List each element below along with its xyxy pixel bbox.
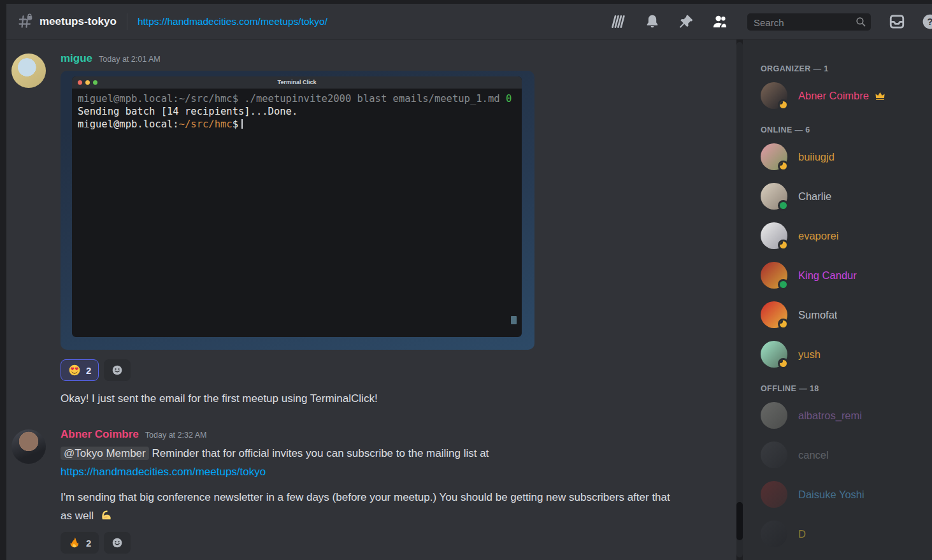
member-list-panel: ORGANIZER — 1Abner CoimbreONLINE — 6buii…	[743, 39, 932, 560]
notifications-bell-icon[interactable]	[644, 13, 661, 30]
member-list-icon[interactable]	[712, 13, 728, 30]
terminal-window: Terminal Click miguel@mpb.local:~/src/hm…	[72, 76, 522, 337]
member-avatar	[761, 183, 787, 210]
search-box	[747, 13, 871, 31]
status-idle-indicator	[778, 240, 789, 250]
reaction-count: 2	[86, 365, 91, 376]
message-timestamp: Today at 2:32 AM	[145, 431, 207, 440]
member-avatar	[761, 82, 787, 109]
status-idle-indicator	[778, 99, 789, 110]
member-row[interactable]: King Candur	[761, 262, 927, 289]
paragraph-text: I'm sending that big conference newslett…	[61, 491, 670, 522]
window-edge-left	[0, 4, 6, 560]
role-mention[interactable]: @Tokyo Member	[61, 447, 149, 460]
member-name: Daisuke Yoshi	[798, 489, 864, 501]
terminal-text: Sending batch [14 recipients]...Done.	[78, 106, 298, 117]
member-name: yush	[798, 348, 821, 361]
member-row[interactable]: D	[761, 521, 927, 547]
terminal-text: $	[233, 118, 238, 130]
add-reaction-button[interactable]	[104, 532, 131, 554]
chat-scrollbar-thumb[interactable]	[736, 502, 743, 540]
channel-topic-link[interactable]: https://handmadecities.com/meetups/tokyo…	[138, 16, 327, 27]
chat-area: migue Today at 2:01 AM Terminal Click mi…	[6, 39, 736, 560]
user-avatar-abner[interactable]	[11, 429, 46, 464]
message-link[interactable]: https://handmadecities.com/meetups/tokyo	[61, 466, 266, 478]
member-name: cancel	[798, 449, 829, 461]
user-avatar-migue[interactable]	[11, 54, 46, 88]
member-name: King Candur	[798, 269, 857, 282]
member-avatar	[761, 143, 787, 170]
member-section-title: ONLINE — 6	[761, 125, 927, 135]
message-author[interactable]: migue	[61, 52, 92, 65]
member-row[interactable]: evaporei	[761, 222, 927, 249]
crown-icon	[875, 90, 885, 101]
header-divider	[127, 13, 127, 30]
search-icon[interactable]	[855, 16, 867, 28]
pin-icon[interactable]	[678, 13, 694, 30]
message-text: I'm sending that big conference newslett…	[61, 488, 675, 525]
terminal-titlebar: Terminal Click	[72, 76, 522, 89]
member-name: D	[798, 528, 806, 540]
flex-bicep-emoji	[99, 508, 113, 522]
reaction-fire[interactable]: 2	[61, 532, 99, 554]
traffic-light-close	[78, 80, 82, 85]
member-row[interactable]: cancel	[761, 442, 927, 468]
member-row[interactable]: yush	[761, 341, 927, 368]
terminal-body: miguel@mpb.local:~/src/hmc$ ./meetupinvi…	[72, 89, 522, 134]
member-name: Sumofat	[798, 309, 837, 321]
message-group-abner: Abner Coimbre Today at 2:32 AM @Tokyo Me…	[6, 428, 736, 554]
search-input[interactable]	[752, 13, 850, 32]
member-sections: ORGANIZER — 1Abner CoimbreONLINE — 6buii…	[761, 64, 927, 547]
threads-icon[interactable]	[610, 13, 627, 30]
terminal-screenshot-attachment[interactable]: Terminal Click miguel@mpb.local:~/src/hm…	[61, 71, 534, 350]
help-icon[interactable]: ?	[922, 13, 932, 30]
reaction-count: 2	[86, 538, 91, 549]
member-avatar	[761, 442, 787, 468]
status-online-indicator	[778, 200, 789, 211]
member-name: Charlie	[798, 190, 831, 203]
member-row[interactable]: buiiugjd	[761, 143, 927, 170]
member-row[interactable]: Abner Coimbre	[761, 82, 927, 109]
terminal-scroll-indicator	[511, 316, 517, 324]
member-name: buiiugjd	[798, 151, 835, 163]
reaction-row: 2	[61, 359, 736, 381]
status-idle-indicator	[778, 161, 789, 171]
member-row[interactable]: Charlie	[761, 183, 927, 210]
member-row[interactable]: Sumofat	[761, 301, 927, 328]
message-text: @Tokyo Member Reminder that for official…	[61, 445, 736, 462]
member-avatar	[761, 222, 787, 249]
message-timestamp: Today at 2:01 AM	[99, 55, 161, 64]
member-avatar	[761, 341, 787, 368]
message-group-migue: migue Today at 2:01 AM Terminal Click mi…	[6, 52, 736, 406]
status-online-indicator	[778, 279, 789, 290]
terminal-window-title: Terminal Click	[72, 76, 522, 89]
member-row[interactable]: Daisuke Yoshi	[761, 481, 927, 508]
add-reaction-smiley-icon	[111, 536, 124, 549]
chat-scrollbar-track[interactable]	[736, 42, 743, 557]
member-name: evaporei	[798, 230, 838, 242]
member-avatar	[761, 481, 787, 508]
message-author[interactable]: Abner Coimbre	[61, 428, 139, 441]
channel-header: meetups-tokyo https://handmadecities.com…	[6, 4, 932, 39]
add-reaction-smiley-icon	[111, 364, 124, 377]
message-text-after-mention: Reminder that for official invites you c…	[152, 447, 489, 459]
member-row[interactable]: albatros_remi	[761, 402, 927, 429]
heart-eyes-emoji	[68, 364, 81, 377]
channel-hash-lock-icon	[17, 13, 33, 30]
inbox-icon[interactable]	[889, 13, 905, 30]
reaction-row: 2	[61, 532, 736, 554]
traffic-light-minimize	[85, 80, 90, 85]
member-name: albatros_remi	[798, 410, 862, 422]
channel-name: meetups-tokyo	[39, 15, 117, 28]
member-section-title: ORGANIZER — 1	[761, 64, 927, 74]
terminal-text: ~/src/hmc	[179, 118, 233, 130]
terminal-text: miguel@mpb.local:~/src/hmc$ ./meetupinvi…	[78, 93, 506, 104]
member-section-title: OFFLINE — 18	[761, 384, 927, 394]
member-avatar	[761, 262, 787, 289]
member-name: Abner Coimbre	[798, 90, 869, 102]
status-idle-indicator	[778, 358, 789, 369]
reaction-heart-eyes[interactable]: 2	[61, 359, 99, 381]
add-reaction-button[interactable]	[104, 359, 131, 381]
fire-emoji	[68, 536, 81, 549]
status-idle-indicator	[778, 319, 789, 329]
